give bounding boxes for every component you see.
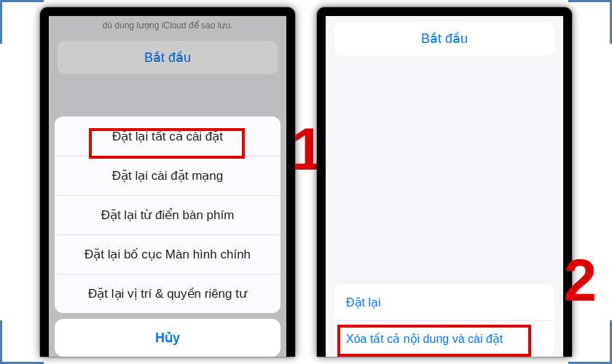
reset-network-settings-option[interactable]: Đặt lại cài đặt mạng xyxy=(55,156,280,195)
start-button-right[interactable]: Bắt đầu xyxy=(334,22,554,55)
phone-mockup-right: Bắt đầu Đặt lại Xóa tất cả nội dung và c… xyxy=(317,7,572,357)
reset-location-privacy-option[interactable]: Đặt lại vị trí & quyền riêng tư xyxy=(55,274,280,313)
annotation-2: 2 xyxy=(563,246,597,314)
phone-mockup-left: dù dung lượng iCloud để sao lưu. Bắt đầu… xyxy=(40,7,295,357)
frame-corner xyxy=(568,320,612,364)
reset-options-list: Đặt lại Xóa tất cả nội dung và cài đặt xyxy=(334,284,554,357)
reset-action-sheet: Đặt lại tất cả cài đặt Đặt lại cài đặt m… xyxy=(49,116,286,357)
reset-keyboard-dictionary-option[interactable]: Đặt lại từ điển bàn phím xyxy=(55,195,280,234)
cancel-button[interactable]: Hủy xyxy=(55,319,280,357)
frame-corner xyxy=(0,320,44,364)
backup-info-text: dù dung lượng iCloud để sao lưu. xyxy=(49,16,286,41)
frame-corner xyxy=(568,0,612,44)
reset-all-settings-option[interactable]: Đặt lại tất cả cài đặt xyxy=(55,116,280,156)
reset-home-screen-option[interactable]: Đặt lại bố cục Màn hình chính xyxy=(55,234,280,274)
reset-sheet-group: Đặt lại tất cả cài đặt Đặt lại cài đặt m… xyxy=(55,116,280,313)
erase-all-row[interactable]: Xóa tất cả nội dung và cài đặt xyxy=(334,320,554,357)
phone-screen-left: dù dung lượng iCloud để sao lưu. Bắt đầu… xyxy=(49,16,286,357)
frame-corner xyxy=(0,0,44,44)
phone-screen-right: Bắt đầu Đặt lại Xóa tất cả nội dung và c… xyxy=(326,16,563,357)
reset-row[interactable]: Đặt lại xyxy=(334,284,554,320)
start-button-left[interactable]: Bắt đầu xyxy=(58,41,278,74)
